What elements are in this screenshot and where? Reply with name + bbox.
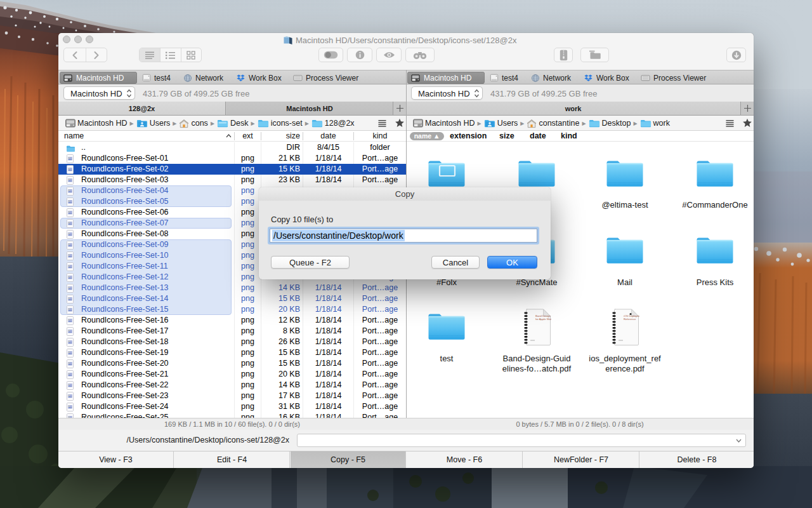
svg-text:for Apple Watch: for Apple Watch bbox=[535, 318, 551, 321]
svg-text:iOS Deployment: iOS Deployment bbox=[624, 314, 639, 318]
svg-text:Reference: Reference bbox=[624, 318, 636, 321]
svg-text:Band Design Gui: Band Design Gui bbox=[535, 314, 551, 318]
